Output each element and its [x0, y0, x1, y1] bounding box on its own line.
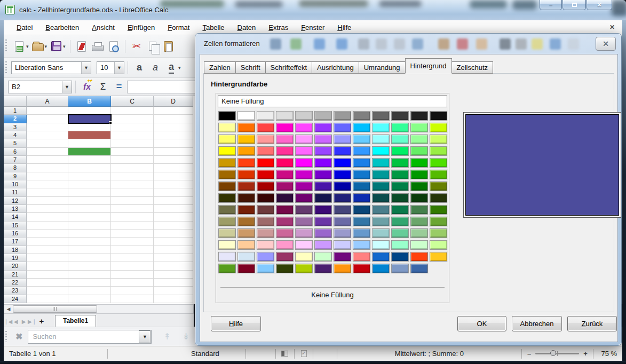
color-swatch-r4c2[interactable] — [237, 146, 255, 156]
color-swatch-r4c9[interactable] — [372, 146, 390, 156]
color-swatch-r4c11[interactable] — [410, 146, 428, 156]
toolbar-grip[interactable] — [5, 61, 8, 73]
cell-a16[interactable] — [27, 230, 68, 238]
color-swatch-r3c12[interactable] — [430, 134, 447, 144]
color-swatch-r5c11[interactable] — [410, 158, 428, 168]
color-swatch-r7c9[interactable] — [372, 181, 390, 191]
close-findbar-icon[interactable]: ✖ — [15, 331, 22, 342]
color-swatch-r1c4[interactable] — [276, 111, 294, 121]
selected-fill-field[interactable]: Keine Füllung — [218, 96, 447, 107]
color-swatch-r10c8[interactable] — [353, 217, 370, 226]
color-swatch-r12c7[interactable] — [334, 240, 351, 250]
ok-button[interactable]: OK — [457, 316, 506, 331]
row-header-7[interactable]: 7 — [4, 156, 27, 164]
cell-a22[interactable] — [27, 279, 68, 287]
color-swatch-r5c3[interactable] — [257, 158, 274, 168]
document-modified-icon[interactable]: ✓ — [301, 350, 307, 357]
sheet-corner-box[interactable] — [4, 96, 27, 107]
italic-button[interactable]: a — [147, 60, 163, 76]
cell-a23[interactable] — [27, 287, 68, 295]
color-swatch-r1c11[interactable] — [410, 111, 428, 121]
color-swatch-r7c1[interactable] — [218, 181, 236, 191]
color-swatch-r12c12[interactable] — [430, 240, 447, 250]
color-swatch-r9c9[interactable] — [372, 205, 390, 215]
last-sheet-icon[interactable]: ▶❘ — [28, 319, 36, 327]
window-titlebar[interactable]: calc - Zellhintergrundfarbe.ods - LibreO… — [0, 0, 626, 20]
color-swatch-r13c9[interactable] — [372, 252, 390, 262]
cell-c7[interactable] — [111, 156, 154, 164]
color-swatch-r2c1[interactable] — [218, 123, 236, 132]
cell-b21[interactable] — [68, 271, 111, 279]
minimize-button[interactable]: – — [540, 0, 562, 10]
color-swatch-r12c1[interactable] — [218, 240, 236, 250]
cell-d22[interactable] — [154, 279, 193, 287]
cell-a19[interactable] — [27, 254, 68, 262]
color-swatch-r6c9[interactable] — [372, 170, 390, 179]
cell-d18[interactable] — [154, 246, 193, 254]
cell-c20[interactable] — [111, 262, 154, 270]
cell-d14[interactable] — [154, 213, 193, 221]
color-swatch-r6c2[interactable] — [237, 170, 255, 179]
cell-a12[interactable] — [27, 197, 68, 205]
column-header-d[interactable]: D — [154, 96, 193, 107]
color-swatch-r5c10[interactable] — [391, 158, 409, 168]
cell-b11[interactable] — [68, 188, 111, 196]
color-swatch-r2c5[interactable] — [295, 123, 313, 132]
color-swatch-r2c8[interactable] — [353, 123, 370, 132]
cell-d20[interactable] — [154, 262, 193, 270]
color-swatch-r12c10[interactable] — [391, 240, 409, 250]
cell-d16[interactable] — [154, 230, 193, 238]
color-swatch-r3c6[interactable] — [314, 134, 332, 144]
color-swatch-r8c6[interactable] — [314, 193, 332, 203]
cell-b23[interactable] — [68, 287, 111, 295]
color-swatch-r13c8[interactable] — [353, 252, 370, 262]
color-swatch-r4c4[interactable] — [276, 146, 294, 156]
color-swatch-r10c4[interactable] — [276, 217, 294, 226]
cell-b17[interactable] — [68, 238, 111, 246]
row-header-8[interactable]: 8 — [4, 164, 27, 172]
row-header-5[interactable]: 5 — [4, 139, 27, 147]
zoom-slider[interactable]: – + — [522, 346, 593, 361]
menu-datei[interactable]: Datei — [10, 21, 39, 34]
menu-ansicht[interactable]: Ansicht — [85, 21, 121, 34]
color-swatch-r10c3[interactable] — [257, 217, 274, 226]
previous-sheet-icon[interactable]: ◀ — [12, 319, 20, 327]
color-swatch-r4c3[interactable] — [257, 146, 274, 156]
cell-c9[interactable] — [111, 172, 154, 180]
color-swatch-r14c2[interactable] — [237, 264, 255, 273]
cell-a13[interactable] — [27, 205, 68, 213]
color-swatch-r11c11[interactable] — [410, 228, 428, 238]
tab-hintergrund[interactable]: Hintergrund — [405, 58, 452, 74]
cell-a7[interactable] — [27, 156, 68, 164]
color-swatch-r10c1[interactable] — [218, 217, 236, 226]
color-swatch-r8c9[interactable] — [372, 193, 390, 203]
cell-c23[interactable] — [111, 287, 154, 295]
color-swatch-r5c6[interactable] — [314, 158, 332, 168]
row-header-21[interactable]: 21 — [4, 271, 27, 279]
color-swatch-r6c11[interactable] — [410, 170, 428, 179]
row-header-12[interactable]: 12 — [4, 197, 27, 205]
color-swatch-r12c11[interactable] — [410, 240, 428, 250]
color-swatch-r4c1[interactable] — [218, 146, 236, 156]
color-swatch-r13c4[interactable] — [276, 252, 294, 262]
color-swatch-r11c2[interactable] — [237, 228, 255, 238]
cell-b5[interactable] — [68, 139, 111, 147]
cell-b7[interactable] — [68, 156, 111, 164]
close-document-icon[interactable]: ✕ — [609, 23, 615, 31]
color-swatch-r13c2[interactable] — [237, 252, 255, 262]
maximize-button[interactable] — [562, 0, 586, 10]
cell-d21[interactable] — [154, 271, 193, 279]
color-swatch-r9c7[interactable] — [334, 205, 351, 215]
color-swatch-r14c4[interactable] — [276, 264, 294, 273]
column-header-c[interactable]: C — [111, 96, 154, 107]
color-swatch-r11c7[interactable] — [334, 228, 351, 238]
color-swatch-r3c11[interactable] — [410, 134, 428, 144]
horizontal-scrollbar[interactable]: ◀ — [4, 304, 194, 314]
color-swatch-r5c8[interactable] — [353, 158, 370, 168]
cell-b16[interactable] — [68, 230, 111, 238]
color-swatch-r10c11[interactable] — [410, 217, 428, 226]
cell-c5[interactable] — [111, 139, 154, 147]
chevron-down-icon[interactable]: ▼ — [62, 81, 72, 93]
color-swatch-r13c12[interactable] — [430, 252, 447, 262]
tab-schrift[interactable]: Schrift — [235, 61, 266, 74]
